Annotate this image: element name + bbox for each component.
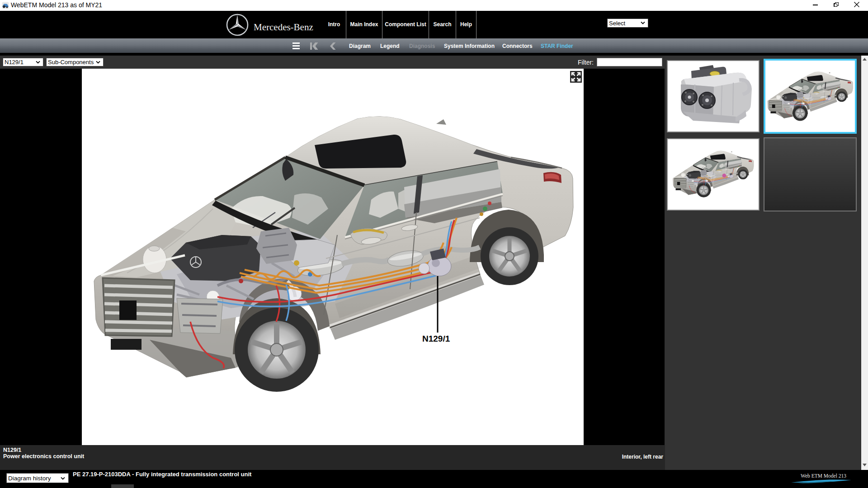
svg-text:N129/1: N129/1 [422, 334, 450, 343]
